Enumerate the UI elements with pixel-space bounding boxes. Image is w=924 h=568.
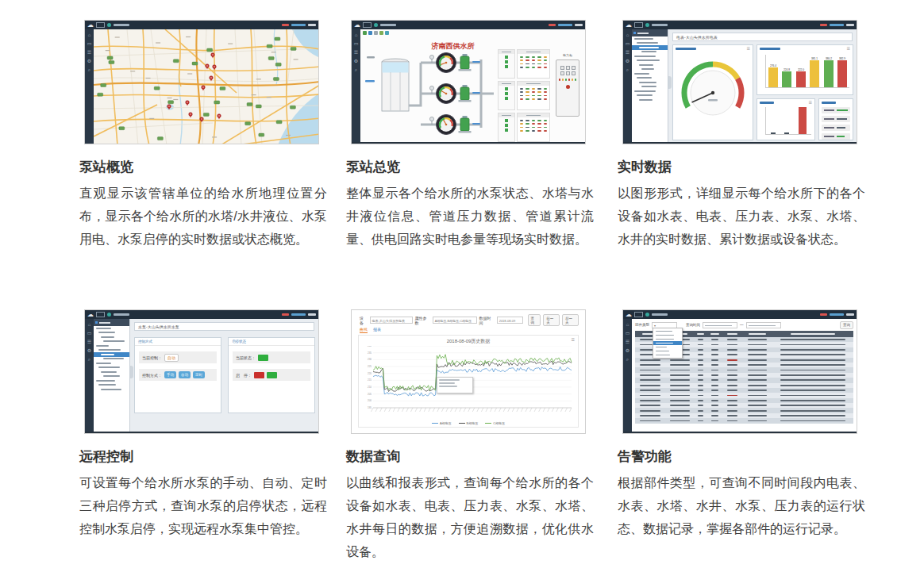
- gear-icon: ⚙: [87, 59, 91, 63]
- param-value: [544, 56, 547, 58]
- param-value: [526, 95, 529, 97]
- run-state-light: [505, 87, 508, 90]
- card-title: 远程控制: [79, 447, 327, 466]
- bar: 380.2: [824, 56, 834, 87]
- card-description: 整体显示各个给水所的水泵状态、水塔与水井液位信息、管道压力数据、管道累计流量、供…: [346, 182, 594, 251]
- app-side-nav: ⌂ ▭ ☰ ⚙ ⌕: [352, 29, 360, 144]
- bar: 382.9: [837, 56, 847, 88]
- state-on-indicator: [258, 355, 268, 361]
- bar-value-label: 380.2: [826, 56, 832, 59]
- date-input: 2018-08-09: [497, 317, 523, 324]
- dropdown-option: [653, 353, 682, 357]
- cell: [742, 379, 773, 381]
- alarm-count-badge: [820, 313, 827, 316]
- svg-text:235: 235: [368, 351, 372, 355]
- card-description: 可设置每个给水所水泵的手动、自动、定时三种启停方式，查询水泵的启停状态，远程控制…: [79, 471, 327, 540]
- cell: [772, 364, 853, 366]
- cell: [772, 354, 853, 355]
- cell: [694, 410, 707, 412]
- data-list-panel: [818, 98, 853, 140]
- param-value: [537, 98, 541, 100]
- thumbnail-query-screenshot: 设备 电表-大山头供水所电表 属性参数 A相电压,B相电压,C相电压 数据时间 …: [351, 309, 586, 434]
- gear-icon: ⚙: [87, 348, 91, 353]
- page-title: 水泵-大山头供水所水泵: [134, 322, 314, 331]
- electric-params-box: [517, 49, 550, 79]
- param-value: [520, 123, 523, 125]
- param-value: [537, 56, 541, 58]
- cell: [707, 395, 722, 397]
- param-value: [532, 127, 535, 129]
- bar: 381.1: [810, 56, 819, 87]
- cell: [694, 420, 707, 422]
- cell: [742, 390, 773, 391]
- tree-root-item: [94, 319, 129, 326]
- monitor-icon: ▭: [626, 41, 630, 46]
- current-bar-chart: [765, 107, 811, 135]
- cell: [772, 370, 853, 371]
- cell: [666, 395, 695, 397]
- header-cell: [707, 333, 722, 335]
- param-value: [544, 95, 547, 97]
- bar-value-label: 381.1: [811, 56, 818, 59]
- cell: [772, 339, 853, 340]
- cell: [707, 410, 722, 412]
- gauge-panel: ☰: [672, 44, 753, 140]
- param-value: [532, 95, 535, 97]
- param-value: [520, 91, 523, 93]
- list-icon: ☰: [626, 340, 629, 344]
- cell: [772, 395, 853, 397]
- start-stop-row: 启 停：: [233, 369, 310, 381]
- card-title: 数据查询: [346, 447, 594, 466]
- sidebar-collapse-handle: [130, 366, 133, 378]
- time-to-input: [746, 322, 781, 328]
- thumbnail-scada-screenshot: ☁ ⌂ ▭ ☰ ⚙ ⌕ 济南西供水所: [351, 20, 586, 144]
- brand-logo-icon: [107, 23, 111, 27]
- pump-state-box: [498, 113, 515, 142]
- cell: [722, 415, 742, 416]
- cell: [742, 349, 773, 351]
- param-value: [520, 88, 523, 90]
- run-state-light: [505, 60, 508, 63]
- param-value: [544, 63, 547, 65]
- cell: [694, 415, 707, 416]
- svg-text:210: 210: [368, 386, 372, 389]
- prev-day-button: 前一天: [543, 314, 560, 326]
- chart-title: 2018-08-09历史数据: [359, 338, 578, 345]
- param-value: [537, 130, 541, 132]
- brand-logo-icon: [374, 23, 378, 27]
- app-topbar: ☁: [623, 21, 857, 29]
- cell: [722, 420, 742, 422]
- panel-title-text: [822, 102, 836, 104]
- monitor-icon: ▭: [626, 331, 630, 336]
- cell: [722, 364, 742, 366]
- svg-text:195: 195: [368, 406, 372, 409]
- tool-icon: [385, 31, 389, 35]
- monitor-icon: ▭: [87, 331, 92, 336]
- app-side-nav: ⌂ ▭ ☰ ⚙ ⌕: [623, 29, 632, 144]
- param-value: [537, 127, 541, 129]
- cell: [666, 385, 695, 386]
- cell: [666, 364, 695, 366]
- cell: [635, 390, 666, 391]
- run-state-light: [505, 92, 508, 95]
- param-value: [544, 130, 547, 132]
- chart-legend: A相电压B相电压C相电压: [359, 421, 578, 425]
- param-value: [526, 88, 529, 90]
- cell: [707, 420, 722, 422]
- card-description: 直观显示该管辖单位的给水所地理位置分布，显示各个给水所的水塔/水井液位、水泵用电…: [79, 182, 327, 251]
- stop-button: [254, 372, 264, 378]
- cell: [635, 405, 666, 406]
- meter-data-rows: [822, 107, 850, 142]
- cell: [707, 349, 722, 351]
- cloud-logo-icon: ☁: [626, 22, 632, 29]
- home-icon: ⌂: [88, 33, 91, 37]
- param-value: [532, 56, 535, 58]
- panel-title-text: [760, 48, 780, 50]
- feature-card-alarm: ☁ ⌂ ▭ ☰ ⚙ ⌕ 部件类型 ▾ 查询时间 — 查: [616, 309, 865, 540]
- brand-logo-icon: [107, 313, 111, 317]
- cell: [635, 385, 666, 386]
- cell: [666, 405, 695, 406]
- app-topbar: ☁: [623, 310, 857, 319]
- param-value: [532, 88, 535, 90]
- panel-title: 控制方式: [135, 338, 221, 346]
